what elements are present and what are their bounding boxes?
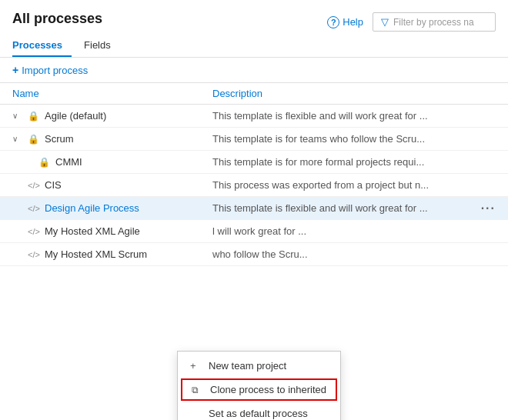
menu-item-clone-process[interactable]: ⧉ Clone process to inherited — [181, 378, 337, 401]
process-description: This template is for teams who follow th… — [212, 133, 496, 145]
process-name: Agile (default) — [45, 110, 106, 122]
toolbar: + Import process — [0, 58, 508, 83]
lock-icon: 🔒 — [28, 111, 40, 122]
expand-icon: ∨ — [12, 135, 23, 143]
process-list: ∨ 🔒 Agile (default) This template is fle… — [0, 105, 508, 266]
tabs-bar: Processes Fields — [0, 35, 508, 58]
filter-box[interactable]: ▽ Filter by process na — [373, 12, 496, 32]
table-header: Name Description — [0, 83, 508, 105]
menu-item-label: Set as default process — [209, 408, 308, 419]
expand-icon: ∨ — [12, 112, 23, 120]
page-title: All processes — [12, 11, 102, 27]
help-icon: ? — [327, 16, 339, 28]
process-name: My Hosted XML Scrum — [45, 248, 147, 260]
import-label: Import process — [22, 65, 88, 76]
tab-processes[interactable]: Processes — [12, 35, 72, 57]
table-row[interactable]: </> My Hosted XML Agile l will work grea… — [0, 220, 508, 243]
row-name-col: ∨ 🔒 Scrum — [12, 133, 212, 145]
process-name-link[interactable]: Design Agile Process — [45, 202, 139, 214]
row-name-col: </> My Hosted XML Scrum — [12, 248, 212, 260]
table-row[interactable]: ∨ 🔒 Agile (default) This template is fle… — [0, 105, 508, 128]
menu-item-label: Clone process to inherited — [210, 384, 326, 395]
col-header-desc: Description — [212, 88, 496, 99]
tab-fields[interactable]: Fields — [84, 35, 120, 57]
row-name-col: </> CIS — [12, 179, 212, 191]
menu-item-set-default[interactable]: Set as default process — [178, 402, 340, 420]
lock-icon: 🔒 — [28, 134, 40, 145]
process-name: CMMI — [55, 156, 82, 168]
process-description: l will work great for ... — [212, 225, 496, 237]
row-name-col: </> Design Agile Process — [12, 202, 212, 214]
page-header: All processes ? Help ▽ Filter by process… — [0, 0, 508, 33]
table-row[interactable]: </> My Hosted XML Scrum who follow the S… — [0, 243, 508, 266]
col-header-name: Name — [12, 88, 212, 99]
code-icon: </> — [28, 250, 40, 259]
lock-icon: 🔒 — [38, 157, 51, 168]
import-process-button[interactable]: + Import process — [12, 64, 88, 76]
more-options-button[interactable]: ··· — [481, 202, 496, 215]
help-label: Help — [343, 16, 363, 28]
header-actions: ? Help ▽ Filter by process na — [327, 11, 496, 32]
row-name-col: 🔒 CMMI — [12, 156, 212, 168]
code-icon: </> — [28, 227, 40, 236]
help-link[interactable]: ? Help — [327, 16, 363, 28]
process-description: This template is for more formal project… — [212, 156, 496, 168]
filter-input-label: Filter by process na — [393, 17, 474, 28]
plus-icon: + — [12, 64, 18, 76]
process-description: This process was exported from a project… — [212, 179, 496, 191]
table-row[interactable]: </> CIS This process was exported from a… — [0, 174, 508, 197]
process-description: This template is flexible and will work … — [212, 202, 496, 214]
code-icon: </> — [28, 181, 40, 190]
process-name: Scrum — [45, 133, 74, 145]
context-menu: + New team project ⧉ Clone process to in… — [177, 351, 341, 420]
process-description: who follow the Scru... — [212, 248, 496, 260]
plus-menu-icon: + — [190, 360, 202, 372]
table-row[interactable]: ∨ 🔒 Scrum This template is for teams who… — [0, 128, 508, 151]
table-row[interactable]: </> Design Agile Process This template i… — [0, 197, 508, 220]
process-name: My Hosted XML Agile — [45, 225, 140, 237]
process-description: This template is flexible and will work … — [212, 110, 496, 122]
clone-icon: ⧉ — [192, 385, 204, 395]
filter-icon: ▽ — [381, 16, 389, 28]
menu-item-new-team-project[interactable]: + New team project — [178, 355, 340, 377]
menu-item-label: New team project — [209, 360, 286, 372]
process-name: CIS — [45, 179, 62, 191]
table-row[interactable]: 🔒 CMMI This template is for more formal … — [0, 151, 508, 174]
row-name-col: ∨ 🔒 Agile (default) — [12, 110, 212, 122]
row-name-col: </> My Hosted XML Agile — [12, 225, 212, 237]
code-icon: </> — [28, 204, 40, 213]
